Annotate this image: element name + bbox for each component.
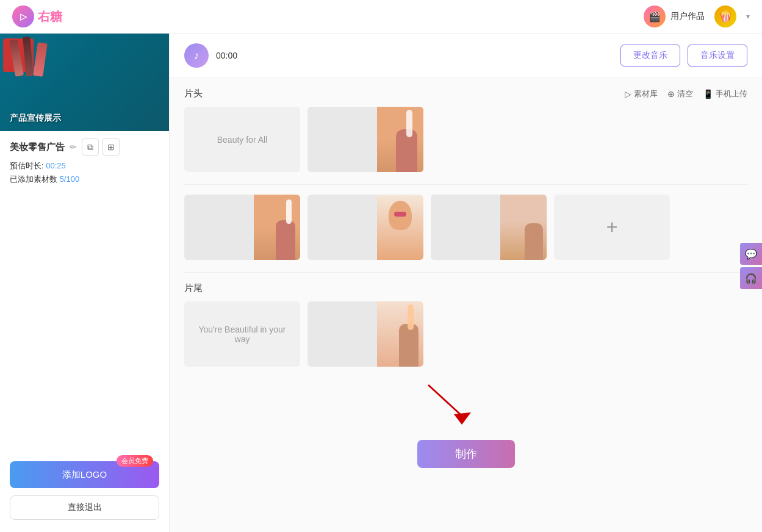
divider-1: [184, 184, 747, 185]
content-area: 片头 ▷ 素材库 ⊕ 清空 📱 手机上传: [170, 78, 762, 492]
sidebar-bottom: 会员免费 添加LOGO 直接退出: [0, 461, 169, 520]
icon-row: ⧉ ⊞: [82, 138, 120, 156]
main-clip-2-left: [307, 195, 377, 260]
library-label: 素材库: [634, 88, 658, 99]
outro-text-card[interactable]: You're Beautiful in your way: [184, 301, 300, 367]
intro-text-card-content: Beauty for All: [217, 135, 268, 145]
outro-photo-card-right: [377, 301, 423, 367]
header-right: 🎬 用户作品 🍿 ▾: [644, 5, 750, 27]
materials-label: 已添加素材数: [10, 174, 57, 184]
outro-photo-card[interactable]: [307, 301, 423, 367]
dropdown-icon[interactable]: ▾: [746, 12, 750, 21]
header: ▷ 右糖 🎬 用户作品 🍿 ▾: [0, 0, 762, 34]
intro-section-title: 片头: [184, 88, 203, 99]
main-clip-1-right: [254, 195, 300, 260]
intro-slide-row: Beauty for All: [184, 107, 747, 172]
library-action[interactable]: ▷ 素材库: [625, 88, 658, 99]
intro-section: 片头 ▷ 素材库 ⊕ 清空 📱 手机上传: [184, 88, 747, 172]
project-title-row: 美妆零售广告 ✏ ⧉ ⊞: [10, 138, 159, 156]
main-clip-2-right: [377, 195, 423, 260]
logo-text: 右糖: [38, 9, 62, 25]
main-clip-1-left: [184, 195, 254, 260]
edit-icon[interactable]: ✏: [70, 142, 77, 152]
float-btn-2[interactable]: 🎧: [740, 267, 762, 289]
intro-section-actions: ▷ 素材库 ⊕ 清空 📱 手机上传: [625, 88, 747, 99]
main-clip-2[interactable]: [307, 195, 423, 260]
materials-row: 已添加素材数 5/100: [10, 174, 159, 185]
make-button[interactable]: 制作: [417, 440, 515, 468]
intro-photo-card-1-left: [307, 107, 377, 172]
main-clip-3-left: [431, 195, 500, 260]
float-btn-1[interactable]: 💬: [740, 243, 762, 265]
clear-icon: ⊕: [667, 89, 675, 99]
outro-section-title: 片尾: [184, 282, 203, 294]
user-avatar[interactable]: 🍿: [714, 5, 736, 27]
add-logo-button[interactable]: 会员免费 添加LOGO: [10, 461, 159, 488]
music-time: 00:00: [216, 51, 237, 60]
clip1-hand: [276, 220, 295, 260]
make-btn-container: 制作: [184, 428, 747, 483]
library-icon: ▷: [625, 89, 631, 99]
sidebar-info: 美妆零售广告 ✏ ⧉ ⊞ 预估时长: 00:25 已添加素材数 5/100: [0, 131, 169, 195]
sidebar-preview: 产品宣传展示: [0, 34, 169, 131]
intro-text-card[interactable]: Beauty for All: [184, 107, 300, 172]
clip3-hand: [525, 223, 543, 260]
float-btns: 💬 🎧: [740, 243, 762, 289]
intro-hand-photo: [377, 107, 423, 172]
music-note-button[interactable]: ♪: [184, 43, 209, 68]
user-works-icon: 🎬: [644, 5, 666, 27]
outro-section-header: 片尾: [184, 282, 747, 294]
copy-icon-btn[interactable]: ⧉: [82, 138, 99, 156]
intro-photo-card-1-right: [377, 107, 423, 172]
change-music-button[interactable]: 更改音乐: [620, 45, 680, 66]
outro-photo-card-left: [307, 301, 377, 367]
clip3-photo: [500, 195, 547, 260]
music-settings-button[interactable]: 音乐设置: [688, 45, 747, 66]
svg-line-0: [428, 385, 465, 419]
project-title: 美妆零售广告: [10, 142, 65, 153]
exit-button[interactable]: 直接退出: [10, 495, 159, 520]
logo-icon: ▷: [12, 5, 34, 27]
add-logo-label: 添加LOGO: [62, 469, 107, 480]
clear-action[interactable]: ⊕ 清空: [667, 88, 693, 99]
duration-value: 00:25: [46, 161, 66, 170]
add-clip-button[interactable]: +: [554, 195, 670, 260]
grid-icon-btn[interactable]: ⊞: [102, 138, 120, 156]
upload-action[interactable]: 📱 手机上传: [703, 88, 747, 99]
clip2-photo: [377, 195, 423, 260]
main-clip-3-right: [500, 195, 547, 260]
main-section: +: [184, 195, 747, 260]
sidebar-preview-image: 产品宣传展示: [0, 34, 169, 131]
outro-hand-photo: [377, 301, 423, 367]
sidebar: 产品宣传展示 美妆零售广告 ✏ ⧉ ⊞ 预估时长: 00:25 已添加素材数 5…: [0, 34, 170, 532]
materials-value: 5/100: [60, 174, 80, 184]
outro-hand: [399, 324, 419, 367]
music-right: 更改音乐 音乐设置: [620, 45, 747, 66]
upload-icon: 📱: [703, 89, 713, 99]
intro-photo-card-1[interactable]: [307, 107, 423, 172]
makeup-brush: [394, 212, 406, 217]
duration-label: 预估时长:: [10, 161, 44, 170]
clear-label: 清空: [677, 88, 693, 99]
main-slide-row: +: [184, 195, 747, 260]
arrow-container: [184, 379, 747, 428]
user-works-btn[interactable]: 🎬 用户作品: [644, 5, 705, 27]
main-clip-3[interactable]: [431, 195, 547, 260]
music-left: ♪ 00:00: [184, 43, 237, 68]
right-panel: ♪ 00:00 更改音乐 音乐设置 片头 ▷ 素材库: [170, 34, 762, 532]
outro-product: [408, 304, 414, 330]
main-clip-1[interactable]: [184, 195, 300, 260]
divider-2: [184, 272, 747, 273]
upload-label: 手机上传: [716, 88, 747, 99]
main-layout: 产品宣传展示 美妆零售广告 ✏ ⧉ ⊞ 预估时长: 00:25 已添加素材数 5…: [0, 34, 762, 532]
preview-label: 产品宣传展示: [10, 113, 61, 124]
clip1-product: [286, 200, 292, 224]
red-arrow-svg: [416, 379, 489, 428]
vip-badge: 会员免费: [117, 455, 153, 467]
duration-row: 预估时长: 00:25: [10, 160, 159, 171]
music-bar: ♪ 00:00 更改音乐 音乐设置: [170, 34, 762, 78]
intro-section-header: 片头 ▷ 素材库 ⊕ 清空 📱 手机上传: [184, 88, 747, 99]
add-icon: +: [606, 216, 618, 239]
logo: ▷ 右糖: [12, 5, 62, 27]
clip1-photo: [254, 195, 300, 260]
